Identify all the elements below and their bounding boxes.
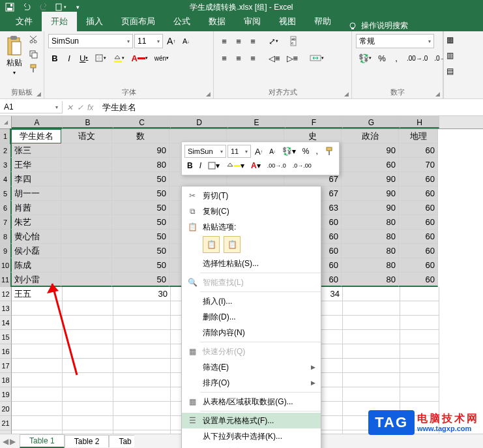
align-right-icon[interactable]: ≡ <box>246 51 259 65</box>
mini-font-color[interactable]: A▾ <box>248 159 263 172</box>
menu-get-from-range[interactable]: ▦从表格/区域获取数据(G)... <box>182 394 321 410</box>
menu-cut[interactable]: ✂剪切(T) <box>182 188 321 203</box>
col-header-A[interactable]: A <box>12 116 63 128</box>
menu-filter[interactable]: 筛选(E)▶ <box>182 359 321 375</box>
tab-view[interactable]: 视图 <box>270 12 305 31</box>
cell[interactable]: 90 <box>342 172 399 187</box>
mini-font-size[interactable]: 11▾ <box>227 145 251 158</box>
row-header[interactable]: 14 <box>0 316 12 330</box>
col-header-G[interactable]: G <box>343 116 400 128</box>
cell[interactable] <box>63 359 113 373</box>
row-header[interactable]: 15 <box>0 330 12 344</box>
decrease-indent-icon[interactable]: ◁≡ <box>266 51 283 65</box>
cell[interactable]: 刘小雷 <box>10 273 61 287</box>
cond-format-icon[interactable]: ▦ <box>446 35 458 47</box>
mini-font-name[interactable]: SimSun▾ <box>184 145 226 158</box>
mini-border[interactable]: ▾ <box>205 159 222 172</box>
cell[interactable]: 80 <box>342 230 399 244</box>
cell[interactable]: 60 <box>399 258 438 273</box>
cell[interactable]: 60 <box>399 172 438 187</box>
cell[interactable]: 80 <box>342 215 399 230</box>
cell[interactable] <box>63 301 113 316</box>
cell[interactable] <box>400 373 439 387</box>
sheet-tab-2[interactable]: Table 2 <box>65 435 110 447</box>
cell[interactable] <box>12 359 63 373</box>
mini-italic[interactable]: I <box>197 159 204 172</box>
cell[interactable] <box>63 287 113 301</box>
cell[interactable]: 数 <box>112 129 169 143</box>
cell[interactable]: 李四 <box>10 172 61 187</box>
sheet-tab-3[interactable]: Tab <box>109 435 134 447</box>
merge-cells-icon[interactable]: ▾ <box>307 51 327 65</box>
align-left-icon[interactable]: ≡ <box>218 51 231 65</box>
align-top-icon[interactable]: ≡ <box>218 34 231 48</box>
number-launcher-icon[interactable]: ◢ <box>435 91 440 97</box>
cell[interactable] <box>61 187 112 201</box>
cell[interactable] <box>113 416 171 430</box>
cell[interactable] <box>400 316 439 330</box>
menu-clear[interactable]: 清除内容(N) <box>182 325 321 340</box>
cell[interactable] <box>61 158 112 172</box>
mini-bold[interactable]: B <box>184 159 196 172</box>
enter-formula-icon[interactable]: ✓ <box>77 103 83 112</box>
underline-button[interactable]: U▾ <box>77 51 91 65</box>
paste-option-values[interactable]: 📋 <box>224 236 241 253</box>
cell[interactable] <box>61 215 112 230</box>
row-header[interactable]: 21 <box>0 416 12 430</box>
cell[interactable]: 张三 <box>10 143 61 158</box>
tab-review[interactable]: 审阅 <box>235 12 270 31</box>
cell[interactable] <box>61 143 112 158</box>
mini-accounting-format[interactable]: 💱▾ <box>280 145 299 158</box>
cell[interactable] <box>400 287 439 301</box>
paste-button[interactable]: 粘贴 ▾ <box>4 34 25 77</box>
row-header[interactable]: 17 <box>0 359 12 373</box>
cell[interactable] <box>400 344 439 359</box>
cell[interactable] <box>63 402 113 416</box>
cell[interactable]: 朱艺 <box>10 215 61 230</box>
cell[interactable]: 语文 <box>61 129 112 143</box>
cell[interactable] <box>113 373 171 387</box>
mini-inc-decimal[interactable]: .00→.0 <box>265 159 289 172</box>
cell[interactable] <box>343 316 400 330</box>
cell[interactable]: 肖茜 <box>10 201 61 215</box>
tab-insert[interactable]: 插入 <box>77 12 112 31</box>
mini-percent[interactable]: % <box>300 145 312 158</box>
cell[interactable]: 90 <box>342 143 399 158</box>
cell[interactable] <box>113 387 171 402</box>
tab-home[interactable]: 开始 <box>42 12 77 31</box>
cell[interactable]: 60 <box>399 230 438 244</box>
row-header[interactable]: 19 <box>0 387 12 402</box>
col-header-B[interactable]: B <box>63 116 113 128</box>
cell[interactable] <box>61 172 112 187</box>
cell[interactable]: 政治 <box>342 129 399 143</box>
cell[interactable]: 50 <box>112 215 169 230</box>
font-size-select[interactable]: 11▾ <box>134 34 163 48</box>
cell[interactable] <box>343 359 400 373</box>
cell[interactable]: 60 <box>399 187 438 201</box>
cell[interactable] <box>12 387 63 402</box>
row-header[interactable]: 20 <box>0 402 12 416</box>
shrink-font-icon[interactable]: A↓ <box>179 34 192 48</box>
cell[interactable] <box>343 344 400 359</box>
cell[interactable] <box>63 330 113 344</box>
orientation-icon[interactable]: ⤢▾ <box>266 34 281 48</box>
tab-help[interactable]: 帮助 <box>305 12 340 31</box>
align-middle-icon[interactable]: ≡ <box>232 34 245 48</box>
cell[interactable]: 90 <box>112 143 169 158</box>
cell[interactable]: 60 <box>399 273 438 287</box>
font-launcher-icon[interactable]: ◢ <box>206 91 211 97</box>
menu-pick-from-list[interactable]: 从下拉列表中选择(K)... <box>182 428 321 444</box>
menu-sort[interactable]: 排序(O)▶ <box>182 375 321 391</box>
cell[interactable] <box>343 330 400 344</box>
cell[interactable]: 50 <box>112 187 169 201</box>
phonetic-button[interactable]: wén▾ <box>152 51 171 65</box>
cell[interactable]: 80 <box>342 244 399 258</box>
alignment-launcher-icon[interactable]: ◢ <box>344 91 349 97</box>
copy-icon[interactable] <box>27 48 39 60</box>
name-box[interactable]: A1▾ <box>0 101 63 113</box>
menu-copy[interactable]: ⧉复制(C) <box>182 203 321 219</box>
cell[interactable] <box>343 301 400 316</box>
number-format-select[interactable]: 常规▾ <box>356 34 434 48</box>
clipboard-launcher-icon[interactable]: ◢ <box>37 91 41 97</box>
cell[interactable] <box>63 416 113 430</box>
